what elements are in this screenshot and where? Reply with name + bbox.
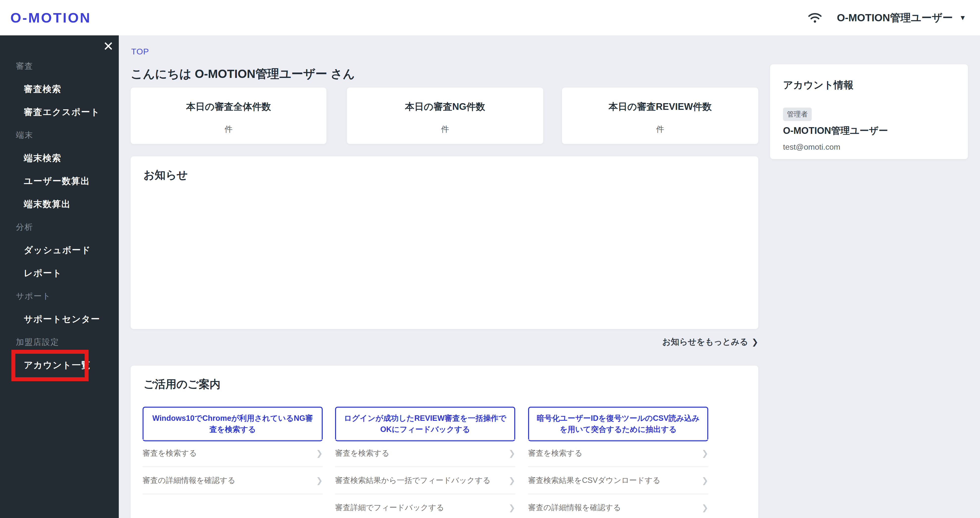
guide-link[interactable]: 審査検索結果をCSVダウンロードする ❯ bbox=[528, 467, 708, 494]
stat-card-unit: 件 bbox=[441, 124, 449, 135]
user-menu[interactable]: O-MOTION管理ユーザー ▼ bbox=[837, 11, 966, 25]
role-badge: 管理者 bbox=[783, 108, 812, 121]
sidebar-item-shinsa-export[interactable]: 審査エクスポート bbox=[0, 101, 119, 124]
top-header: O-MOTION O-MOTION管理ユーザー ▼ bbox=[0, 0, 980, 35]
guide-link-label: 審査検索結果から一括でフィードバックする bbox=[335, 475, 490, 486]
guide-panel: ご活用のご案内 Windows10でChromeが利用されているNG審査を検索す… bbox=[130, 365, 758, 518]
sidebar-item-dashboard[interactable]: ダッシュボード bbox=[0, 239, 119, 262]
guide-link[interactable]: 審査検索結果から一括でフィードバックする ❯ bbox=[335, 467, 515, 494]
notice-more-link[interactable]: お知らせをもっとみる ❯ bbox=[662, 336, 758, 348]
sidebar-section-shinsa: 審査 bbox=[0, 55, 119, 78]
stat-card-title: 本日の審査全体件数 bbox=[186, 100, 271, 113]
chevron-right-icon: ❯ bbox=[752, 337, 758, 346]
app-root: O-MOTION O-MOTION管理ユーザー ▼ ✕ 審査 審査検索 審査エク… bbox=[0, 0, 980, 518]
sidebar: ✕ 審査 審査検索 審査エクスポート 端末 端末検索 ユーザー数算出 端末数算出… bbox=[0, 35, 119, 518]
guide-link[interactable]: 審査を検索する ❯ bbox=[143, 439, 323, 467]
notice-more-label: お知らせをもっとみる bbox=[662, 336, 748, 348]
guide-link-label: 審査を検索する bbox=[143, 448, 197, 458]
guide-links: 審査を検索する ❯ 審査検索結果をCSVダウンロードする ❯ 審査の詳細情報を確… bbox=[528, 439, 708, 518]
omotion-logo: O-MOTION bbox=[10, 0, 91, 35]
guide-button-ng-search[interactable]: Windows10でChromeが利用されているNG審査を検索する bbox=[143, 407, 323, 441]
guide-button-csv-extract[interactable]: 暗号化ユーザーIDを復号ツールのCSV読み込みを用いて突合するために抽出する bbox=[528, 407, 708, 441]
guide-link[interactable]: 審査の詳細情報を確認する ❯ bbox=[143, 467, 323, 494]
guide-button-review-feedback[interactable]: ログインが成功したREVIEW審査を一括操作でOKにフィードバックする bbox=[335, 407, 515, 441]
stat-card-total: 本日の審査全体件数 件 bbox=[130, 87, 326, 144]
stat-card-unit: 件 bbox=[225, 124, 232, 135]
account-info-panel: アカウント情報 管理者 O-MOTION管理ユーザー test@omoti.co… bbox=[770, 64, 968, 159]
notice-panel: お知らせ bbox=[130, 156, 758, 329]
user-name: O-MOTION管理ユーザー bbox=[837, 11, 953, 25]
sidebar-item-tanmatsu-count[interactable]: 端末数算出 bbox=[0, 193, 119, 216]
guide-link-label: 審査の詳細情報を確認する bbox=[528, 502, 621, 513]
sidebar-item-tanmatsu-kensaku[interactable]: 端末検索 bbox=[0, 147, 119, 170]
account-name: O-MOTION管理ユーザー bbox=[783, 124, 955, 137]
guide-column-1: Windows10でChromeが利用されているNG審査を検索する 審査を検索す… bbox=[143, 365, 323, 518]
stat-card-title: 本日の審査NG件数 bbox=[405, 100, 485, 113]
close-icon[interactable]: ✕ bbox=[103, 40, 114, 53]
guide-link-label: 審査を検索する bbox=[335, 448, 389, 458]
guide-link[interactable]: 審査詳細でフィードバックする ❯ bbox=[335, 494, 515, 518]
guide-column-2: ログインが成功したREVIEW審査を一括操作でOKにフィードバックする 審査を検… bbox=[335, 365, 515, 518]
sidebar-item-report[interactable]: レポート bbox=[0, 262, 119, 285]
sidebar-item-support-center[interactable]: サポートセンター bbox=[0, 308, 119, 331]
chevron-right-icon: ❯ bbox=[509, 448, 515, 458]
chevron-right-icon: ❯ bbox=[702, 476, 708, 485]
chevron-right-icon: ❯ bbox=[702, 503, 708, 512]
sidebar-section-bunseki: 分析 bbox=[0, 216, 119, 239]
sidebar-item-account-list[interactable]: アカウント一覧 bbox=[0, 354, 119, 377]
guide-column-3: 暗号化ユーザーIDを復号ツールのCSV読み込みを用いて突合するために抽出する 審… bbox=[528, 365, 708, 518]
sidebar-menu: 審査 審査検索 審査エクスポート 端末 端末検索 ユーザー数算出 端末数算出 分… bbox=[0, 35, 119, 377]
sidebar-section-kameiten: 加盟店設定 bbox=[0, 331, 119, 354]
chevron-right-icon: ❯ bbox=[316, 476, 323, 485]
guide-link-label: 審査詳細でフィードバックする bbox=[335, 502, 444, 513]
account-email: test@omoti.com bbox=[783, 143, 955, 152]
guide-link[interactable]: 審査を検索する ❯ bbox=[528, 439, 708, 467]
breadcrumb[interactable]: TOP bbox=[131, 47, 149, 56]
guide-link[interactable]: 審査を検索する ❯ bbox=[335, 439, 515, 467]
wifi-icon bbox=[808, 12, 822, 24]
guide-link-label: 審査を検索する bbox=[528, 448, 582, 458]
stat-card-unit: 件 bbox=[656, 124, 664, 135]
sidebar-section-tanmatsu: 端末 bbox=[0, 124, 119, 147]
chevron-right-icon: ❯ bbox=[316, 448, 323, 458]
sidebar-section-support: サポート bbox=[0, 285, 119, 308]
guide-links: 審査を検索する ❯ 審査検索結果から一括でフィードバックする ❯ 審査詳細でフィ… bbox=[335, 439, 515, 518]
sidebar-item-shinsa-kensaku[interactable]: 審査検索 bbox=[0, 78, 119, 101]
sidebar-item-user-count[interactable]: ユーザー数算出 bbox=[0, 170, 119, 193]
stat-card-title: 本日の審査REVIEW件数 bbox=[609, 100, 712, 113]
chevron-right-icon: ❯ bbox=[509, 503, 515, 512]
notice-title: お知らせ bbox=[143, 168, 188, 182]
header-right: O-MOTION管理ユーザー ▼ bbox=[808, 0, 966, 35]
guide-link[interactable]: 審査の詳細情報を確認する ❯ bbox=[528, 494, 708, 518]
stat-card-review: 本日の審査REVIEW件数 件 bbox=[562, 87, 758, 144]
guide-links: 審査を検索する ❯ 審査の詳細情報を確認する ❯ bbox=[143, 439, 323, 494]
chevron-right-icon: ❯ bbox=[509, 476, 515, 485]
page-greeting: こんにちは O-MOTION管理ユーザー さん bbox=[130, 66, 355, 82]
guide-link-label: 審査の詳細情報を確認する bbox=[143, 475, 235, 486]
chevron-down-icon: ▼ bbox=[959, 14, 966, 22]
stat-card-ng: 本日の審査NG件数 件 bbox=[347, 87, 543, 144]
guide-link-label: 審査検索結果をCSVダウンロードする bbox=[528, 475, 660, 486]
account-info-title: アカウント情報 bbox=[783, 78, 955, 92]
chevron-right-icon: ❯ bbox=[702, 448, 708, 458]
